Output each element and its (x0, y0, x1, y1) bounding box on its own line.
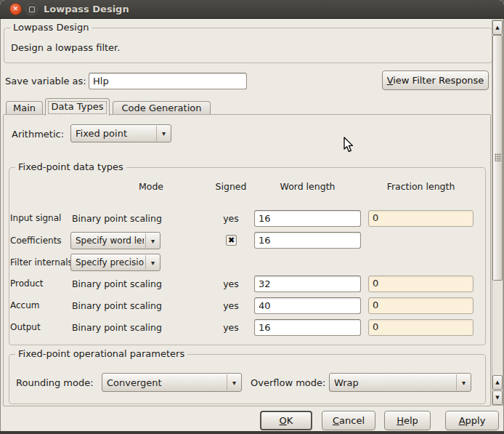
close-icon: ✕ (13, 5, 19, 12)
help-button-label: Help (385, 411, 430, 430)
view-filter-response-label: View Filter Response (383, 71, 488, 89)
apply-button-label: Apply (446, 411, 498, 430)
scrollbar-grip-icon (495, 153, 501, 161)
ok-button-label: OK (261, 412, 311, 429)
window-bottom-edge (0, 431, 504, 434)
window-title: Lowpass Design (44, 0, 129, 18)
ok-button[interactable]: OK (260, 411, 312, 430)
cancel-button[interactable]: Cancel (322, 411, 375, 430)
tab-main-label: Main (13, 103, 36, 113)
tab-data-types-label: Data Types (52, 101, 104, 112)
tab-main[interactable]: Main (6, 101, 43, 115)
maximize-button[interactable] (25, 3, 38, 15)
apply-button[interactable]: Apply (445, 411, 499, 430)
help-button[interactable]: Help (384, 411, 431, 430)
cancel-button-label: Cancel (322, 411, 375, 430)
view-filter-response-button[interactable]: View Filter Response (382, 71, 489, 90)
scroll-up-button-bottom[interactable]: ▲ (492, 375, 503, 390)
description-group-label: Lowpass Design (10, 22, 92, 33)
scroll-down-button[interactable]: ▼ (492, 390, 503, 405)
data-types-panel (3, 114, 491, 406)
tab-code-generation[interactable]: Code Generation (113, 101, 211, 115)
save-variable-input[interactable] (89, 73, 247, 89)
window-titlebar[interactable]: ✕ Lowpass Design (0, 0, 504, 19)
scroll-up-icon: ▲ (495, 25, 499, 31)
filter-description: Design a lowpass filter. (11, 42, 120, 53)
scrollbar-thumb[interactable] (492, 35, 503, 281)
save-variable-label: Save variable as: (5, 76, 86, 87)
tab-code-generation-label: Code Generation (122, 103, 202, 113)
scroll-up-button[interactable]: ▲ (492, 20, 503, 35)
scroll-up-icon: ▲ (495, 379, 499, 385)
tab-data-types[interactable]: Data Types (45, 98, 110, 116)
maximize-icon (29, 7, 35, 12)
close-button[interactable]: ✕ (9, 3, 22, 15)
lowpass-design-dialog: ✕ Lowpass Design Lowpass Design Design a… (0, 0, 504, 434)
vertical-scrollbar[interactable]: ▲ ▲ ▼ (492, 20, 503, 406)
description-group: Lowpass Design Design a lowpass filter. (4, 28, 492, 63)
scroll-down-icon: ▼ (495, 395, 499, 401)
